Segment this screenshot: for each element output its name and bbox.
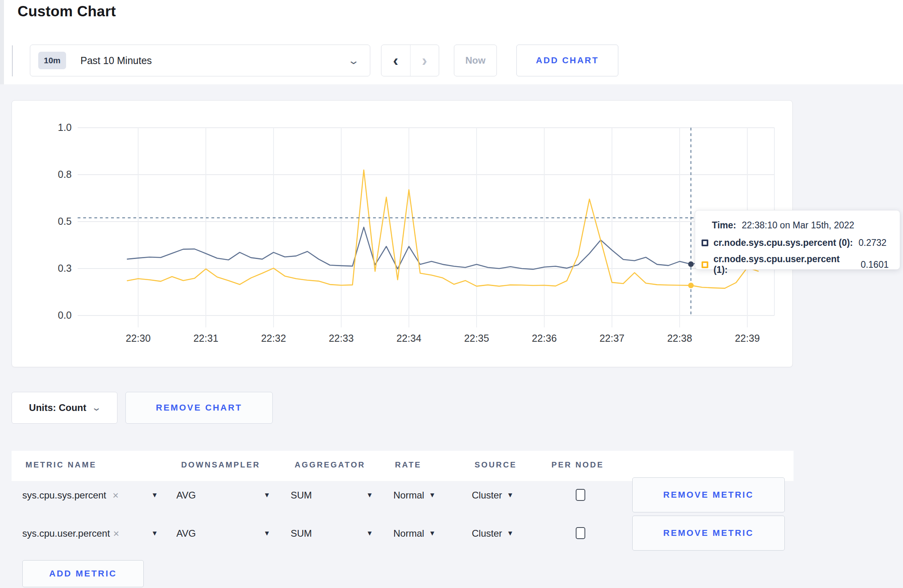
now-button[interactable]: Now <box>454 45 497 76</box>
remove-metric-button[interactable]: REMOVE METRIC <box>632 477 785 512</box>
column-header-source: SOURCE <box>475 460 517 469</box>
time-range-badge: 10m <box>38 52 66 69</box>
metrics-table-header: METRIC NAME DOWNSAMPLER AGGREGATOR RATE … <box>12 451 794 481</box>
chevron-down-icon: ⌄ <box>91 403 102 413</box>
time-forward-button[interactable]: › <box>410 45 439 76</box>
timeseries-chart[interactable]: 0.00.30.50.81.022:3022:3122:3222:3322:34… <box>12 101 793 368</box>
remove-metric-button[interactable]: REMOVE METRIC <box>632 516 785 551</box>
y-axis-tick-label: 0.0 <box>58 310 72 321</box>
metric-name-value: sys.cpu.user.percent <box>22 528 110 539</box>
caret-down-icon: ▼ <box>429 530 436 537</box>
downsampler-value: AVG <box>176 528 196 539</box>
y-axis-tick-label: 0.5 <box>58 216 72 227</box>
source-select[interactable]: Cluster ▼ <box>472 488 514 502</box>
toolbar-divider <box>12 45 13 76</box>
chevron-down-icon: ⌄ <box>348 56 360 64</box>
custom-chart-page: Custom Chart 10m Past 10 Minutes ⌄ ‹ › N… <box>0 0 903 588</box>
downsampler-value: AVG <box>176 490 196 501</box>
series-line <box>127 227 759 269</box>
column-header-metric-name: METRIC NAME <box>25 460 97 469</box>
x-axis-tick-label: 22:37 <box>600 333 625 344</box>
caret-down-icon: ▼ <box>366 491 373 499</box>
column-header-per-node: PER NODE <box>551 460 604 469</box>
tooltip-series-label: cr.node.sys.cpu.user.percent (1): <box>713 254 855 275</box>
time-range-label: Past 10 Minutes <box>80 55 152 66</box>
downsampler-select[interactable]: AVG ▼ <box>176 488 272 502</box>
metric-name-select[interactable]: sys.cpu.sys.percent × ▼ <box>22 488 166 502</box>
time-range-select[interactable]: 10m Past 10 Minutes ⌄ <box>30 45 370 76</box>
rate-value: Normal <box>393 490 424 501</box>
tooltip-time-value: 22:38:10 on Mar 15th, 2022 <box>742 220 854 230</box>
source-select[interactable]: Cluster ▼ <box>472 526 514 541</box>
caret-down-icon: ▼ <box>429 491 436 499</box>
y-axis-tick-label: 1.0 <box>58 122 72 133</box>
y-axis-tick-label: 0.3 <box>58 263 72 274</box>
caret-down-icon: ▼ <box>264 491 270 499</box>
downsampler-select[interactable]: AVG ▼ <box>176 526 272 541</box>
caret-down-icon[interactable]: ▼ <box>151 530 158 537</box>
series-line <box>127 170 759 288</box>
column-header-downsampler: DOWNSAMPLER <box>181 460 260 469</box>
chart-card: 0.00.30.50.81.022:3022:3122:3222:3322:34… <box>12 100 793 367</box>
page-title: Custom Chart <box>18 3 116 20</box>
per-node-checkbox[interactable] <box>576 489 585 501</box>
metric-name-value: sys.cpu.sys.percent <box>22 490 106 501</box>
column-header-rate: RATE <box>395 460 422 469</box>
aggregator-value: SUM <box>291 528 312 539</box>
clear-icon[interactable]: × <box>113 528 119 540</box>
aggregator-select[interactable]: SUM ▼ <box>291 488 370 502</box>
tooltip-time: Time:22:38:10 on Mar 15th, 2022 <box>712 220 889 231</box>
x-axis-tick-label: 22:31 <box>194 333 219 344</box>
x-axis-tick-label: 22:30 <box>126 333 151 344</box>
x-axis-tick-label: 22:39 <box>735 333 760 344</box>
units-label: Units: Count <box>29 402 86 413</box>
hover-point-dot <box>688 282 694 288</box>
metric-name-select[interactable]: sys.cpu.user.percent × ▼ <box>22 526 166 541</box>
add-metric-button[interactable]: ADD METRIC <box>22 560 144 587</box>
tooltip-series-row: cr.node.sys.cpu.user.percent (1): 0.1601 <box>702 254 889 275</box>
tooltip-series-value: 0.2732 <box>858 238 886 248</box>
sys-series-swatch-icon <box>702 239 708 246</box>
user-series-swatch-icon <box>702 261 708 268</box>
add-chart-button[interactable]: ADD CHART <box>516 45 618 76</box>
rate-select[interactable]: Normal ▼ <box>393 526 436 541</box>
x-axis-tick-label: 22:33 <box>329 333 354 344</box>
per-node-checkbox[interactable] <box>576 527 585 539</box>
caret-down-icon: ▼ <box>366 530 373 537</box>
aggregator-select[interactable]: SUM ▼ <box>291 526 370 541</box>
rate-value: Normal <box>393 528 424 539</box>
caret-down-icon: ▼ <box>507 530 514 537</box>
rate-select[interactable]: Normal ▼ <box>393 488 436 502</box>
tooltip-time-label: Time: <box>712 220 736 230</box>
chevron-right-icon: › <box>422 52 427 70</box>
column-header-aggregator: AGGREGATOR <box>295 460 366 469</box>
x-axis-tick-label: 22:36 <box>532 333 557 344</box>
time-nav-group: ‹ › <box>381 45 439 76</box>
time-back-button[interactable]: ‹ <box>381 45 410 76</box>
remove-chart-button[interactable]: REMOVE CHART <box>125 392 273 424</box>
source-value: Cluster <box>472 490 502 501</box>
aggregator-value: SUM <box>291 490 312 501</box>
caret-down-icon[interactable]: ▼ <box>151 491 158 499</box>
tooltip-series-row: cr.node.sys.cpu.sys.percent (0): 0.2732 <box>702 238 889 248</box>
source-value: Cluster <box>472 528 502 539</box>
tooltip-series-label: cr.node.sys.cpu.sys.percent (0): <box>713 238 853 248</box>
units-select[interactable]: Units: Count ⌄ <box>12 392 117 424</box>
hover-point-dot <box>688 261 694 267</box>
x-axis-tick-label: 22:38 <box>667 333 692 344</box>
chevron-left-icon: ‹ <box>393 52 398 70</box>
tooltip-series-value: 0.1601 <box>861 259 889 270</box>
clear-icon[interactable]: × <box>113 489 119 502</box>
x-axis-tick-label: 22:35 <box>464 333 489 344</box>
caret-down-icon: ▼ <box>264 530 270 537</box>
chart-tooltip: Time:22:38:10 on Mar 15th, 2022 cr.node.… <box>695 210 900 270</box>
x-axis-tick-label: 22:34 <box>397 333 422 344</box>
x-axis-tick-label: 22:32 <box>261 333 286 344</box>
y-axis-tick-label: 0.8 <box>58 169 72 180</box>
caret-down-icon: ▼ <box>507 491 514 499</box>
